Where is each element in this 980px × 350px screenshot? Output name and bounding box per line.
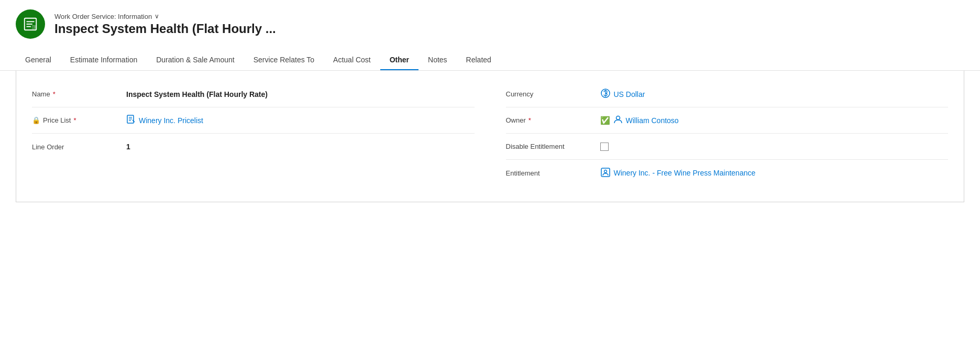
pricelist-icon (126, 115, 136, 126)
owner-value-text[interactable]: William Contoso (626, 116, 679, 125)
tab-notes[interactable]: Notes (419, 50, 457, 70)
content-area: Name * Inspect System Health (Flat Hourl… (0, 71, 980, 202)
tab-duration[interactable]: Duration & Sale Amount (147, 50, 244, 70)
app-icon: ≡ (16, 9, 45, 39)
tab-general[interactable]: General (16, 50, 61, 70)
required-star-owner: * (528, 116, 531, 124)
form-grid: Name * Inspect System Health (Flat Hourl… (32, 81, 948, 186)
person-icon (613, 115, 623, 126)
value-currency[interactable]: US Dollar (600, 88, 645, 101)
form-row-price-list: 🔒 Price List * (32, 107, 475, 134)
page-title: Inspect System Health (Flat Hourly ... (54, 21, 276, 36)
label-entitlement-text: Entitlement (506, 169, 540, 177)
form-left-section: Name * Inspect System Health (Flat Hourl… (32, 81, 475, 186)
form-right-section: Currency US Dollar (506, 81, 949, 186)
label-price-list-text: Price List (43, 116, 71, 124)
tab-related[interactable]: Related (457, 50, 501, 70)
label-owner-text: Owner (506, 116, 526, 124)
disable-entitlement-checkbox[interactable] (600, 143, 609, 151)
label-line-order: Line Order (32, 143, 126, 151)
form-panel: Name * Inspect System Health (Flat Hourl… (16, 71, 964, 202)
value-owner[interactable]: ✅ William Contoso (600, 115, 679, 126)
form-row-entitlement: Entitlement Winery Inc. - Free Wine Pres… (506, 160, 949, 186)
work-order-icon: ≡ (23, 16, 38, 32)
label-name-text: Name (32, 90, 50, 98)
required-star-name: * (53, 90, 56, 98)
tab-service-relates-to[interactable]: Service Relates To (244, 50, 324, 70)
currency-svg-icon (600, 88, 611, 99)
label-disable-entitlement: Disable Entitlement (506, 143, 600, 150)
pricelist-svg-icon (126, 115, 136, 124)
currency-icon (600, 88, 611, 101)
subtitle-text: Work Order Service: Information (54, 13, 152, 20)
header-subtitle: Work Order Service: Information ∨ (54, 13, 276, 20)
value-entitlement[interactable]: Winery Inc. - Free Wine Press Maintenanc… (600, 167, 756, 179)
svg-text:≡: ≡ (32, 25, 35, 30)
form-row-name: Name * Inspect System Health (Flat Hourl… (32, 81, 475, 107)
form-row-line-order: Line Order 1 (32, 134, 475, 160)
value-price-list[interactable]: Winery Inc. Pricelist (126, 115, 203, 126)
lock-icon: 🔒 (32, 116, 40, 124)
tabs-bar: General Estimate Information Duration & … (0, 50, 980, 71)
svg-point-12 (616, 116, 620, 120)
entitlement-icon (600, 167, 611, 179)
label-price-list: 🔒 Price List * (32, 116, 126, 124)
tab-actual-cost[interactable]: Actual Cost (324, 50, 380, 70)
entitlement-svg-icon (600, 167, 611, 178)
label-entitlement: Entitlement (506, 169, 600, 177)
entitlement-value-text[interactable]: Winery Inc. - Free Wine Press Maintenanc… (614, 169, 756, 177)
header-text: Work Order Service: Information ∨ Inspec… (54, 13, 276, 36)
label-line-order-text: Line Order (32, 143, 64, 151)
label-name: Name * (32, 90, 126, 98)
form-row-disable-entitlement: Disable Entitlement (506, 134, 949, 160)
form-row-owner: Owner * ✅ William Contoso (506, 107, 949, 134)
tab-other[interactable]: Other (380, 50, 419, 70)
chevron-down-icon[interactable]: ∨ (155, 13, 159, 20)
form-row-currency: Currency US Dollar (506, 81, 949, 107)
svg-point-14 (604, 170, 607, 172)
value-name: Inspect System Health (Flat Hourly Rate) (126, 90, 268, 99)
label-currency: Currency (506, 90, 600, 98)
required-star-price-list: * (73, 116, 76, 124)
owner-check-icon: ✅ (600, 116, 610, 125)
price-list-value-text[interactable]: Winery Inc. Pricelist (139, 116, 203, 125)
label-disable-entitlement-text: Disable Entitlement (506, 143, 565, 150)
currency-value-text[interactable]: US Dollar (614, 90, 645, 99)
label-owner: Owner * (506, 116, 600, 124)
label-currency-text: Currency (506, 90, 534, 98)
value-line-order: 1 (126, 143, 130, 151)
person-svg-icon (613, 115, 623, 124)
value-disable-entitlement (600, 143, 609, 151)
tab-estimate[interactable]: Estimate Information (61, 50, 147, 70)
page-header: ≡ Work Order Service: Information ∨ Insp… (0, 0, 980, 45)
